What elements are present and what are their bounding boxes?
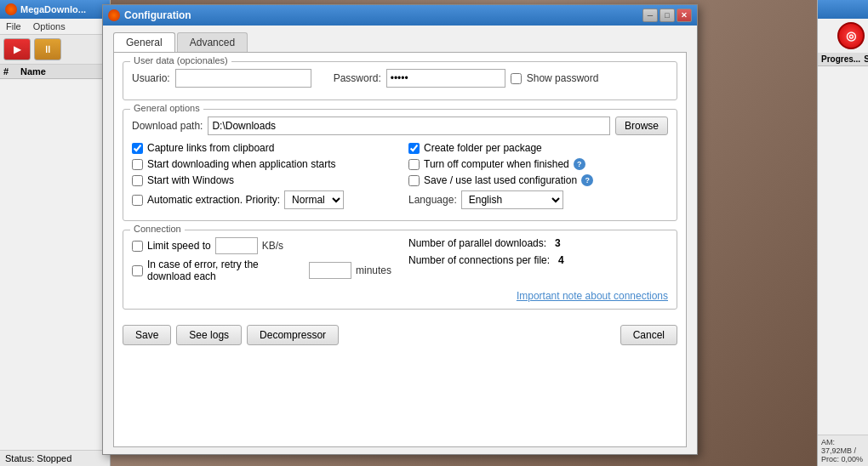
download-path-input[interactable] (208, 116, 610, 135)
error-retry-label: In case of error, retry the download eac… (147, 259, 305, 282)
turn-off-checkbox[interactable] (408, 159, 420, 170)
close-button[interactable]: ✕ (677, 9, 692, 22)
parallel-downloads-row: Number of parallel downloads: 3 (408, 237, 668, 249)
tab-content-general: User data (opcionales) Usuario: Password… (113, 52, 687, 447)
error-retry-unit: minutes (356, 264, 391, 276)
right-titlebar (818, 0, 868, 19)
limit-speed-row: Limit speed to KB/s (132, 237, 391, 254)
start-with-windows-label: Start with Windows (147, 174, 234, 186)
see-logs-button[interactable]: See logs (176, 325, 242, 345)
connections-per-file-value: 4 (558, 254, 564, 266)
connection-section: Connection Limit speed to KB/s In case o… (123, 230, 677, 310)
show-password-label: Show password (527, 72, 599, 84)
capture-links-label: Capture links from clipboard (147, 142, 274, 154)
main-window: MegaDownlo... File Options ▶ ⏸ # Name St… (0, 0, 111, 466)
usuario-label: Usuario: (132, 72, 170, 84)
error-retry-checkbox[interactable] (132, 265, 143, 276)
error-retry-input[interactable] (309, 262, 351, 279)
col-progress-header: Progres... (821, 54, 860, 64)
password-input[interactable] (386, 69, 505, 88)
usuario-input[interactable] (175, 69, 311, 88)
dialog-titlebar: Configuration ─ □ ✕ (103, 5, 697, 26)
priority-select[interactable]: Normal High Low (284, 190, 344, 209)
minimize-button[interactable]: ─ (642, 9, 658, 22)
turn-off-row: Turn off computer when finished ? (408, 158, 668, 170)
connection-title: Connection (130, 224, 185, 234)
options-two-col: Capture links from clipboard Start downl… (132, 142, 668, 213)
create-folder-label: Create folder per package (424, 142, 542, 154)
play-icon: ▶ (14, 43, 21, 55)
app-logo-icon (5, 3, 17, 15)
save-last-checkbox[interactable] (408, 175, 420, 186)
download-path-label: Download path: (132, 120, 203, 132)
save-last-label: Save / use last used configuration (424, 174, 577, 186)
start-downloading-checkbox[interactable] (132, 159, 143, 170)
language-row: Language: English Spanish Portuguese Fre… (408, 190, 668, 209)
pause-button[interactable]: ⏸ (34, 38, 61, 60)
auto-extraction-label: Automatic extraction. Priority: (147, 194, 280, 206)
user-data-title: User data (opcionales) (130, 55, 231, 65)
password-label: Password: (334, 72, 381, 84)
start-with-windows-row: Start with Windows (132, 174, 391, 186)
show-password-checkbox[interactable] (511, 73, 522, 84)
start-downloading-label: Start downloading when application start… (147, 158, 335, 170)
main-menubar: File Options (0, 19, 110, 35)
language-select[interactable]: English Spanish Portuguese French German (461, 190, 563, 209)
menu-file[interactable]: File (3, 20, 24, 32)
pause-icon: ⏸ (43, 43, 53, 55)
configuration-dialog: Configuration ─ □ ✕ General Advanced Use… (102, 4, 698, 455)
create-folder-checkbox[interactable] (408, 143, 420, 154)
language-label: Language: (408, 194, 457, 206)
browse-button[interactable]: Browse (615, 116, 668, 135)
options-col-right: Create folder per package Turn off compu… (408, 142, 668, 213)
user-data-form-row: Usuario: Password: Show password (132, 69, 668, 88)
limit-speed-checkbox[interactable] (132, 241, 143, 252)
col-speed-header: Speed (864, 54, 868, 64)
table-header: # Name (0, 65, 110, 79)
target-button[interactable]: ◎ (837, 22, 865, 49)
parallel-downloads-label: Number of parallel downloads: (408, 237, 546, 249)
dialog-body: General Advanced User data (opcionales) … (103, 26, 697, 454)
options-col-left: Capture links from clipboard Start downl… (132, 142, 391, 213)
tab-general[interactable]: General (113, 32, 175, 52)
connection-two-col: Limit speed to KB/s In case of error, re… (132, 237, 668, 287)
dialog-title: Configuration (124, 9, 642, 21)
auto-extraction-checkbox[interactable] (132, 195, 143, 206)
col-name-header: Name (20, 66, 106, 77)
target-icon: ◎ (846, 29, 856, 43)
maximize-button[interactable]: □ (660, 9, 675, 22)
cancel-button[interactable]: Cancel (620, 325, 677, 345)
limit-speed-label: Limit speed to (147, 240, 211, 252)
right-toolbar: ◎ (818, 19, 868, 53)
save-button[interactable]: Save (123, 325, 171, 345)
limit-speed-unit: KB/s (262, 240, 283, 252)
general-options-section: General options Download path: Browse Ca… (123, 109, 677, 221)
general-options-title: General options (130, 103, 203, 113)
connection-col-left: Limit speed to KB/s In case of error, re… (132, 237, 391, 287)
user-data-section: User data (opcionales) Usuario: Password… (123, 61, 677, 100)
right-table-header: Progres... Speed (818, 53, 868, 66)
important-link[interactable]: Important note about connections (517, 290, 668, 302)
footer-left-buttons: Save See logs Decompressor (123, 325, 339, 345)
main-status: Status: Stopped (0, 450, 110, 466)
tab-advanced[interactable]: Advanced (177, 32, 248, 52)
main-toolbar: ▶ ⏸ (0, 35, 110, 65)
menu-options[interactable]: Options (31, 20, 68, 32)
play-button[interactable]: ▶ (3, 38, 31, 60)
create-folder-row: Create folder per package (408, 142, 668, 154)
main-window-title: MegaDownlo... (20, 4, 86, 14)
limit-speed-input[interactable] (215, 237, 258, 254)
turn-off-label: Turn off computer when finished (424, 158, 569, 170)
main-titlebar: MegaDownlo... (0, 0, 110, 19)
dialog-tabs: General Advanced (113, 32, 687, 52)
save-last-help-icon[interactable]: ? (581, 174, 593, 186)
connections-per-file-row: Number of connections per file: 4 (408, 254, 668, 266)
decompressor-button[interactable]: Decompressor (247, 325, 339, 345)
dialog-footer: Save See logs Decompressor Cancel (123, 318, 677, 345)
capture-links-row: Capture links from clipboard (132, 142, 391, 154)
start-with-windows-checkbox[interactable] (132, 175, 143, 186)
dialog-app-icon (108, 9, 120, 21)
capture-links-checkbox[interactable] (132, 143, 143, 154)
parallel-downloads-value: 3 (555, 237, 561, 249)
turn-off-help-icon[interactable]: ? (574, 158, 585, 170)
